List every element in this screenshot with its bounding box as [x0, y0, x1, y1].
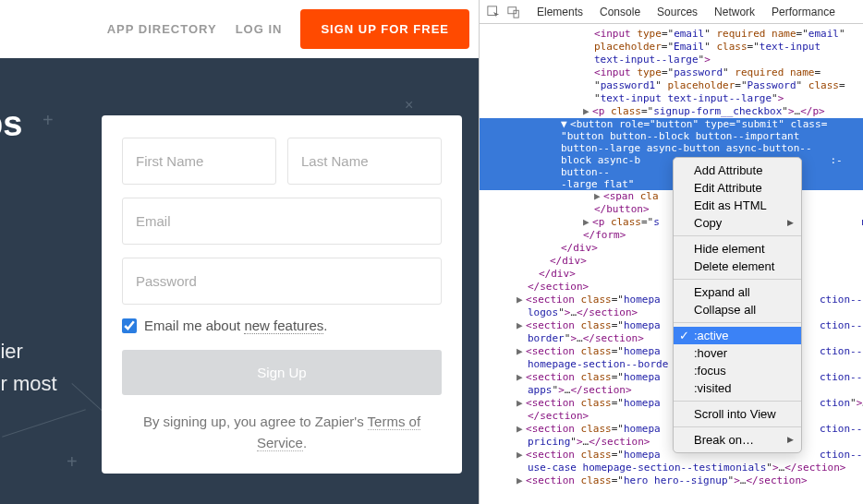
ctx-state-visited[interactable]: :visited	[674, 379, 801, 397]
tree-node-selected[interactable]: ▼<button role="button" type="submit" cla…	[480, 118, 863, 130]
newsletter-checkbox-row[interactable]: Email me about new features.	[122, 318, 442, 333]
x-icon: ×	[405, 97, 413, 114]
plus-icon: +	[67, 451, 78, 473]
signup-form-card: Email me about new features. Sign Up By …	[102, 115, 462, 474]
tree-node[interactable]: </div>	[480, 268, 863, 281]
tree-node[interactable]: border">…</section>	[480, 332, 863, 345]
ctx-break-on[interactable]: Break on…	[674, 431, 801, 449]
tree-node[interactable]: </section>	[480, 410, 863, 423]
email-input[interactable]	[122, 198, 442, 245]
ctx-delete-element[interactable]: Delete element	[674, 258, 801, 275]
ctx-copy[interactable]: Copy	[674, 214, 801, 232]
page-content: APP DIRECTORY LOG IN SIGN UP FOR FREE + …	[0, 0, 479, 504]
tree-node[interactable]: "text-input text-input--large">	[480, 92, 863, 105]
tree-node[interactable]: ▶<section class="homepa ction--	[480, 294, 863, 306]
tab-network[interactable]: Network	[714, 6, 755, 18]
tree-node-selected[interactable]: button--large async-button async-button-…	[480, 142, 863, 154]
password-input[interactable]	[122, 258, 442, 305]
tree-node[interactable]: ▶<p class="s ms">…</p>	[480, 216, 863, 229]
deco-line	[2, 409, 86, 437]
tree-node[interactable]: ▶<section class="homepa ction--	[480, 423, 863, 436]
ctx-separator	[674, 401, 801, 402]
ctx-separator	[674, 279, 801, 280]
tree-node[interactable]: apps">…</section>	[480, 384, 863, 397]
devtools-toolbar: Elements Console Sources Network Perform…	[480, 0, 863, 24]
tree-node[interactable]: ▶<span cla pan>	[480, 190, 863, 203]
tree-node[interactable]: ▶<p class="signup-form__checkbox">…</p>	[480, 105, 863, 118]
tree-node[interactable]: use-case homepage-section--testimonials"…	[480, 462, 863, 474]
last-name-input[interactable]	[287, 138, 442, 185]
ctx-state-active[interactable]: ✓:active	[674, 327, 801, 344]
hero-subtext: apier our most	[0, 335, 57, 400]
hero-section: + × + ps apier our most Email me about n…	[0, 58, 479, 504]
tree-node[interactable]: </button>	[480, 203, 863, 216]
newsletter-checkbox[interactable]	[122, 318, 137, 333]
tree-node[interactable]: placeholder="Email" class="text-input	[480, 41, 863, 54]
tree-node-selected[interactable]: block async-b :-button--	[480, 154, 863, 178]
check-icon: ✓	[679, 329, 689, 342]
tree-node[interactable]: ▶<section class="homepa ction--	[480, 319, 863, 332]
tree-node[interactable]: ▶<section class="homepa ction--	[480, 345, 863, 358]
tab-sources[interactable]: Sources	[657, 6, 698, 18]
tree-node[interactable]: ▶<section class="homepa ction--	[480, 449, 863, 462]
ctx-hide-element[interactable]: Hide element	[674, 240, 801, 258]
ctx-add-attribute[interactable]: Add Attribute	[674, 162, 801, 179]
tree-node-selected[interactable]: "button button--block button--important	[480, 130, 863, 142]
nav-log-in[interactable]: LOG IN	[236, 22, 283, 36]
ctx-expand-all[interactable]: Expand all	[674, 283, 801, 301]
ctx-state-focus[interactable]: :focus	[674, 362, 801, 379]
ctx-collapse-all[interactable]: Collapse all	[674, 301, 801, 318]
new-features-link[interactable]: new features	[244, 318, 323, 334]
tree-node[interactable]: ▶<section class="homepa ction">…	[480, 397, 863, 410]
tree-node[interactable]: </form>	[480, 229, 863, 242]
tree-node[interactable]: <input type="email" required name="email…	[480, 28, 863, 41]
tree-node[interactable]: pricing">…</section>	[480, 436, 863, 449]
tab-performance[interactable]: Performance	[772, 6, 835, 18]
tab-console[interactable]: Console	[600, 6, 640, 18]
ctx-scroll-into-view[interactable]: Scroll into View	[674, 405, 801, 423]
devtools-tabs: Elements Console Sources Network Perform…	[537, 6, 835, 18]
signup-submit-button[interactable]: Sign Up	[122, 350, 442, 395]
nav-app-directory[interactable]: APP DIRECTORY	[107, 22, 217, 36]
ctx-edit-attribute[interactable]: Edit Attribute	[674, 179, 801, 197]
tab-elements[interactable]: Elements	[537, 6, 583, 18]
tree-node[interactable]: logos">…</section>	[480, 306, 863, 319]
tree-node[interactable]: </div>	[480, 255, 863, 268]
ctx-separator	[674, 235, 801, 236]
tree-node[interactable]: "password1" placeholder="Password" class…	[480, 79, 863, 92]
tree-node[interactable]: ▶<section class="hero hero--signup">…</s…	[480, 474, 863, 487]
terms-text: By signing up, you agree to Zapier's Ter…	[122, 412, 442, 453]
tree-node[interactable]: text-input--large">	[480, 54, 863, 66]
tree-node[interactable]: <input type="password" required name=	[480, 66, 863, 79]
first-name-input[interactable]	[122, 138, 276, 185]
elements-tree[interactable]: <input type="email" required name="email…	[480, 24, 863, 491]
newsletter-label: Email me about new features.	[144, 318, 327, 333]
signup-free-button[interactable]: SIGN UP FOR FREE	[300, 9, 469, 49]
ctx-separator	[674, 322, 801, 323]
ctx-state-hover[interactable]: :hover	[674, 344, 801, 362]
ctx-edit-as-html[interactable]: Edit as HTML	[674, 197, 801, 214]
tree-node[interactable]: homepage-section--borde	[480, 358, 863, 371]
tree-node[interactable]: </div>	[480, 242, 863, 255]
context-menu: Add Attribute Edit Attribute Edit as HTM…	[673, 157, 802, 453]
top-navbar: APP DIRECTORY LOG IN SIGN UP FOR FREE	[0, 0, 479, 58]
tree-node[interactable]: </section>	[480, 281, 863, 294]
ctx-separator	[674, 426, 801, 427]
devtools-panel: Elements Console Sources Network Perform…	[479, 0, 863, 504]
tree-node[interactable]: ▶<section class="homepa ction--	[480, 371, 863, 384]
tree-node-selected[interactable]: -large flat"	[480, 178, 863, 190]
plus-icon: +	[43, 110, 54, 131]
inspect-icon[interactable]	[487, 6, 500, 18]
device-icon[interactable]	[507, 6, 520, 18]
hero-heading-fragment: ps	[0, 104, 22, 144]
